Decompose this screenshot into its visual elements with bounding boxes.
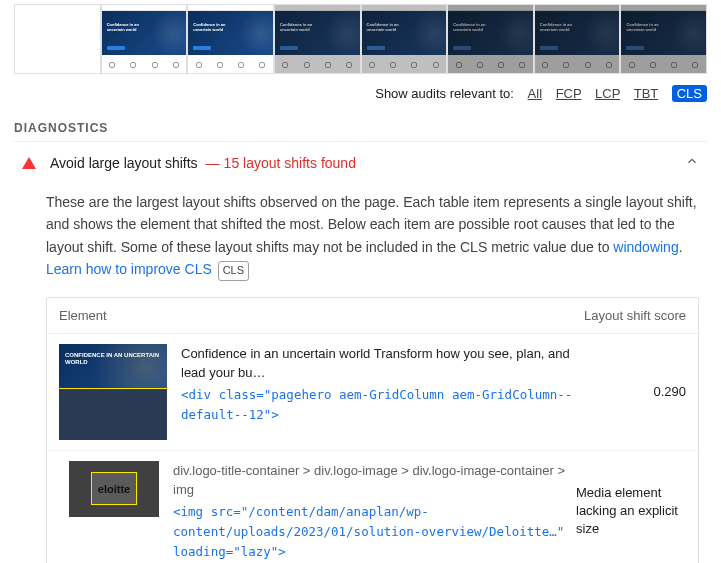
- audit-description: These are the largest layout shifts obse…: [46, 191, 699, 281]
- section-diagnostics: DIAGNOSTICS: [0, 111, 721, 141]
- relevance-filter: Show audits relevant to: All FCP LCP TBT…: [0, 80, 721, 111]
- element-path: div.logo-title-container > div.logo-imag…: [173, 461, 576, 500]
- filmstrip-frame: Confidence in an uncertain world: [274, 4, 361, 74]
- audit-detail: —15 layout shifts found: [206, 155, 356, 171]
- filter-cls[interactable]: CLS: [672, 85, 707, 102]
- element-description: div.logo-title-container > div.logo-imag…: [173, 461, 576, 562]
- score-value: 0.290: [596, 384, 686, 399]
- col-score: Layout shift score: [566, 308, 686, 323]
- filter-tbt[interactable]: TBT: [634, 86, 658, 101]
- element-code: <div class="pagehero aem-GridColumn aem-…: [181, 385, 596, 425]
- filmstrip-frame: Confidence in an uncertain world: [447, 4, 534, 74]
- col-element: Element: [59, 308, 566, 323]
- element-thumbnail: eloitte: [69, 461, 159, 517]
- table-header: Element Layout shift score: [47, 298, 698, 334]
- filmstrip-frame: Confidence in an uncertain world: [101, 4, 188, 74]
- element-code: <img src="/content/dam/anaplan/wp-conten…: [173, 502, 576, 562]
- audit-item: Avoid large layout shifts —15 layout shi…: [14, 141, 707, 563]
- audit-header[interactable]: Avoid large layout shifts —15 layout shi…: [14, 141, 707, 183]
- filter-lcp[interactable]: LCP: [595, 86, 620, 101]
- chevron-up-icon: [685, 154, 699, 171]
- filmstrip: Confidence in an uncertain world Confide…: [14, 4, 707, 74]
- table-row: CONFIDENCE IN AN UNCERTAIN WORLD Confide…: [47, 334, 698, 450]
- cls-badge: CLS: [218, 261, 249, 281]
- link-learn[interactable]: Learn how to improve CLS: [46, 261, 212, 277]
- relevance-label: Show audits relevant to:: [375, 86, 514, 101]
- layout-shift-table: Element Layout shift score CONFIDENCE IN…: [46, 297, 699, 563]
- audit-body: These are the largest layout shifts obse…: [14, 183, 707, 563]
- audit-title: Avoid large layout shifts: [50, 155, 198, 171]
- filmstrip-frame: Confidence in an uncertain world: [361, 4, 448, 74]
- element-text: Confidence in an uncertain world Transfo…: [181, 344, 596, 383]
- filmstrip-frame: Confidence in an uncertain world: [620, 4, 707, 74]
- fail-icon: [22, 157, 36, 169]
- element-description: Confidence in an uncertain world Transfo…: [181, 344, 596, 425]
- link-windowing[interactable]: windowing: [613, 239, 678, 255]
- filter-all[interactable]: All: [528, 86, 542, 101]
- table-row: eloitte div.logo-title-container > div.l…: [47, 450, 698, 563]
- filmstrip-frame: [14, 4, 101, 74]
- filmstrip-frame: Confidence in an uncertain world: [534, 4, 621, 74]
- element-thumbnail: CONFIDENCE IN AN UNCERTAIN WORLD: [59, 344, 167, 440]
- filmstrip-frame: Confidence in an uncertain world: [187, 4, 274, 74]
- root-cause-note: Media element lacking an explicit size: [576, 484, 686, 539]
- filter-fcp[interactable]: FCP: [556, 86, 582, 101]
